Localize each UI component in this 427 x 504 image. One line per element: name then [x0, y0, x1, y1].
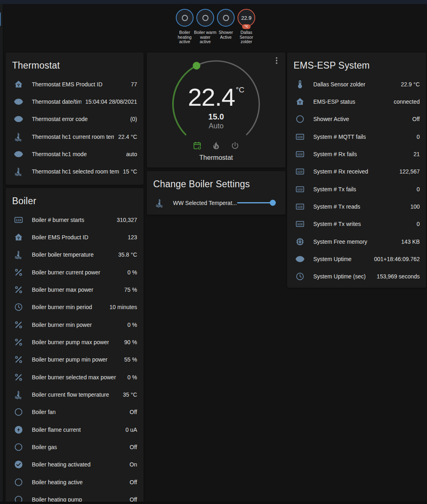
entity-row[interactable]: Boiler burner selected max power0 % [6, 368, 144, 386]
entity-label: Shower Active [313, 116, 349, 122]
entity-row[interactable]: Boiler burner min period10 minutes [6, 299, 144, 316]
entity-name: Thermostat [147, 154, 285, 161]
entity-label: System Uptime [313, 256, 352, 262]
entity-value: 123 [124, 234, 137, 240]
entity-row[interactable]: Boiler burner pump max power90 % [6, 333, 144, 351]
circle-outline-icon [295, 114, 305, 124]
entity-row[interactable]: Boiler gasOff [6, 438, 144, 456]
check-circle-icon [14, 460, 23, 469]
entity-row[interactable]: 123Boiler # burner starts310,327 [6, 211, 144, 228]
entity-row[interactable]: 123System # Tx fails0 [287, 180, 426, 198]
eye-icon [295, 254, 305, 264]
window-bottom-edge [0, 502, 427, 504]
entity-label: System # Tx fails [313, 186, 356, 192]
entity-label: System # Tx reads [313, 203, 360, 210]
dashboard: Boiler heating active Boiler warm water … [0, 0, 427, 504]
card-title: EMS-ESP System [287, 52, 426, 72]
entity-value: 77 [127, 81, 137, 88]
ww-selected-temperature-row[interactable]: WW Selected Temperat... [147, 194, 285, 211]
entity-row[interactable]: Thermostat hc1 current room temper...22.… [6, 128, 144, 145]
entity-value: 10 minutes [106, 304, 137, 310]
badge-shower-active[interactable]: Shower Active [217, 9, 235, 44]
entity-row[interactable]: Thermostat EMS Product ID77 [6, 75, 144, 93]
ww-temperature-slider[interactable] [237, 199, 276, 207]
entity-row[interactable]: 123System # Tx reads100 [287, 198, 426, 215]
badge-circle [196, 9, 214, 27]
entity-value: Off [126, 409, 137, 415]
entity-row[interactable]: Boiler current flow temperature35 °C [6, 386, 144, 403]
entity-row[interactable]: Boiler fanOff [6, 404, 144, 421]
entity-value: Off [126, 444, 137, 450]
entity-row[interactable]: System Free memory143 KB [287, 233, 426, 250]
entity-value: 100 [406, 203, 420, 210]
mode-heat-button[interactable] [211, 141, 221, 151]
entity-row[interactable]: Thermostat hc1 modeauto [6, 145, 144, 163]
badge-circle [176, 9, 194, 27]
entity-label: Boiler # burner starts [32, 217, 84, 223]
entity-label: Boiler burner min period [32, 304, 92, 310]
entity-value: (0) [126, 116, 137, 122]
scrollbar-thumb[interactable] [0, 13, 1, 26]
entity-row[interactable]: 123System # MQTT fails0 [287, 128, 426, 145]
left-edge-strip [0, 4, 3, 504]
entity-row[interactable]: Boiler heating activatedOn [6, 456, 144, 473]
window-top-edge [0, 0, 427, 4]
badge-dallas-sensor-zolder[interactable]: 22.9 °C Dallas Sensor zolder [237, 9, 255, 44]
entity-row[interactable]: Thermostat date/time15:04:04 28/08/2021 [6, 93, 144, 110]
counter-icon: 123 [295, 202, 305, 211]
ring-icon [222, 14, 230, 22]
entity-row[interactable]: 123System # Tx writes0 [287, 215, 426, 233]
entity-row[interactable]: EMS-ESP statusconnected [287, 93, 426, 110]
entity-value: 75 % [120, 287, 137, 293]
entity-row[interactable]: Shower ActiveOff [287, 111, 426, 128]
entity-value: 55 % [120, 356, 137, 363]
entity-value: connected [390, 98, 420, 105]
percent-icon [14, 320, 23, 330]
badge-boiler-warm-water-active[interactable]: Boiler warm water active [196, 9, 214, 44]
entity-value: 35.8 °C [114, 251, 137, 258]
svg-text:123: 123 [297, 153, 303, 156]
badge-boiler-heating-active[interactable]: Boiler heating active [176, 9, 194, 44]
mode-off-button[interactable] [230, 141, 240, 151]
entity-label: Boiler burner min power [32, 322, 92, 328]
entity-row[interactable]: Boiler burner min power0 % [6, 316, 144, 333]
ems-esp-system-card: EMS-ESP System Dallas Sensor zolder22.9 … [287, 52, 426, 288]
entity-row[interactable]: Boiler EMS Product ID123 [6, 228, 144, 246]
slider-track [237, 202, 274, 203]
eye-icon [14, 149, 23, 159]
entity-row[interactable]: Boiler boiler temperature35.8 °C [6, 246, 144, 264]
badge-circle [217, 9, 235, 27]
target-temperature: 15.0 [147, 112, 285, 121]
svg-text:123: 123 [297, 188, 303, 191]
entity-row[interactable]: Boiler heating activeOff [6, 473, 144, 491]
change-boiler-settings-card: Change Boiler Settings WW Selected Tempe… [147, 171, 285, 215]
slider-knob[interactable] [270, 200, 276, 206]
entity-value: 143 KB [397, 238, 420, 245]
entity-row[interactable]: 123System # Rx received122,567 [287, 163, 426, 180]
percent-icon [14, 337, 23, 347]
entity-row[interactable]: Thermostat error code(0) [6, 111, 144, 128]
dial-handle[interactable] [193, 62, 200, 69]
entity-row[interactable]: Boiler flame current0 uA [6, 421, 144, 438]
hvac-mode-label: Auto [147, 122, 285, 130]
entity-row[interactable]: System Uptime001+18:46:09.762 [287, 250, 426, 268]
more-options-button[interactable] [272, 56, 281, 65]
entity-row[interactable]: Boiler burner pump min power55 % [6, 351, 144, 368]
entity-label: Boiler current flow temperature [32, 391, 109, 398]
entity-label: Boiler heating activated [32, 461, 91, 468]
card-title: Change Boiler Settings [147, 171, 285, 190]
ring-icon [201, 14, 210, 22]
coolant-thermometer-icon [155, 198, 165, 208]
entity-value: 15:04:04 28/08/2021 [81, 98, 137, 105]
entity-row[interactable]: Dallas Sensor zolder22.9 °C [287, 75, 426, 93]
entity-row[interactable]: System Uptime (sec)153,969 seconds [287, 268, 426, 285]
entity-row[interactable]: Boiler burner current power0 % [6, 264, 144, 281]
badge-circle: 22.9 °C [237, 9, 255, 27]
entity-row[interactable]: Thermostat hc1 selected room temper...15… [6, 163, 144, 180]
thermostat-entities-card: Thermostat Thermostat EMS Product ID77Th… [6, 52, 144, 185]
entity-row[interactable]: Boiler burner max power75 % [6, 281, 144, 298]
entity-value: 001+18:46:09.762 [370, 256, 420, 262]
mode-auto-button[interactable] [192, 141, 202, 151]
entity-row[interactable]: 123System # Rx fails21 [287, 145, 426, 163]
percent-icon [14, 285, 23, 295]
